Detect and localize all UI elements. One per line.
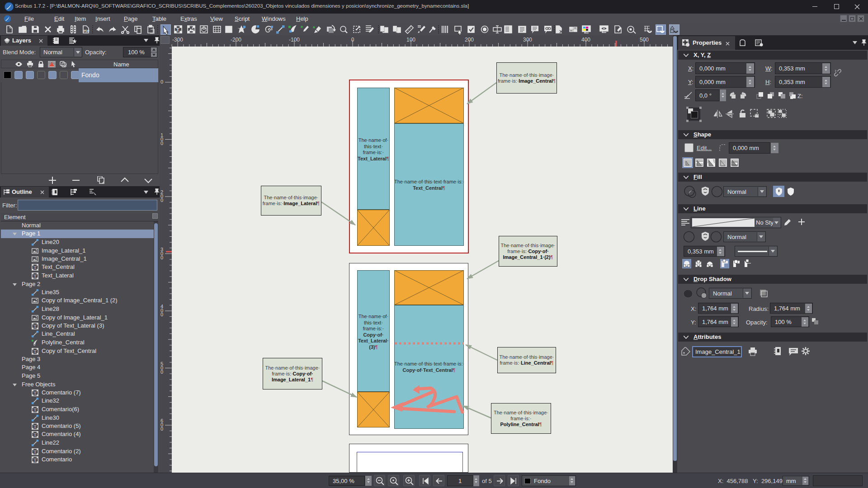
svg-text:T: T [176,27,179,33]
svg-text:PDF: PDF [84,29,90,33]
